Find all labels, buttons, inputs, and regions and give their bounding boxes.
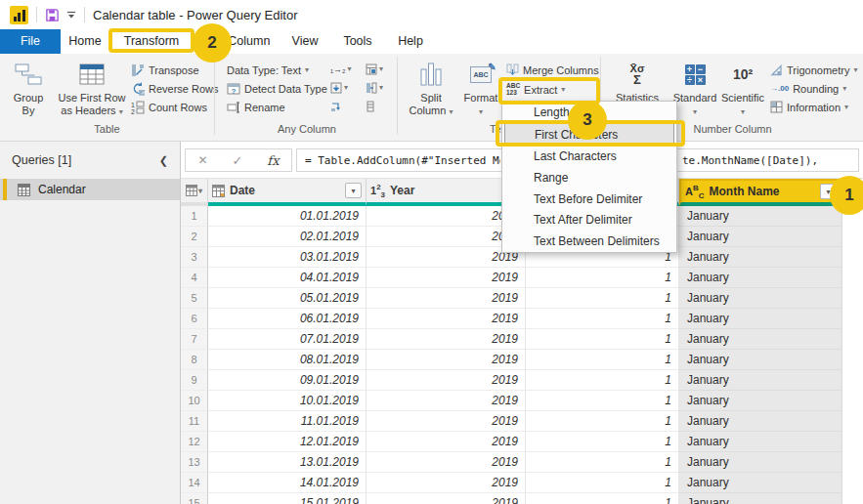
cell-month[interactable]: 1 — [526, 288, 679, 309]
row-number[interactable]: 6 — [181, 309, 208, 329]
cell-month-name[interactable]: January — [679, 432, 842, 452]
quick-access-toolbar-caret-icon[interactable] — [66, 10, 76, 20]
use-first-row-as-headers-button[interactable]: Use First Row as Headers ▾ — [55, 60, 129, 118]
fx-icon[interactable]: fx — [267, 153, 279, 168]
row-number[interactable]: 1 — [181, 206, 208, 227]
detect-data-type-button[interactable]: ? Detect Data Type — [227, 80, 327, 97]
row-number[interactable]: 10 — [181, 391, 208, 411]
row-number[interactable]: 8 — [181, 350, 208, 370]
cell-month-name[interactable]: January — [679, 227, 842, 247]
trigonometry-button[interactable]: Trigonometry ▾ — [770, 62, 857, 78]
tab-tools[interactable]: Tools — [330, 29, 385, 54]
transpose-button[interactable]: Transpose — [131, 62, 199, 78]
merge-columns-button[interactable]: Merge Columns — [506, 62, 599, 78]
split-column-button[interactable]: Split Column ▾ — [407, 60, 455, 118]
cell-date[interactable]: 15.01.2019 — [208, 493, 367, 504]
cell-date[interactable]: 10.01.2019 — [208, 391, 367, 411]
cell-year[interactable]: 2019 — [367, 329, 526, 350]
cell-month[interactable]: 1 — [526, 411, 679, 432]
extract-button[interactable]: ABC 123 Extract ▾ — [506, 81, 565, 98]
tab-file[interactable]: File — [0, 29, 61, 54]
cell-month-name[interactable]: January — [679, 268, 842, 288]
row-number[interactable]: 11 — [181, 411, 208, 432]
cell-year[interactable]: 2019 — [367, 350, 526, 370]
cell-date[interactable]: 03.01.2019 — [208, 247, 367, 268]
cell-year[interactable]: 2019 — [367, 391, 526, 411]
cell-year[interactable]: 2019 — [367, 432, 526, 452]
group-by-button[interactable]: Group By — [6, 60, 51, 117]
cell-month-name[interactable]: January — [679, 247, 842, 268]
filter-button-date[interactable]: ▾ — [345, 183, 362, 198]
tab-transform[interactable]: Transform — [109, 29, 194, 54]
cell-date[interactable]: 08.01.2019 — [208, 350, 367, 370]
menu-item-range[interactable]: Range — [502, 167, 676, 189]
cell-date[interactable]: 05.01.2019 — [208, 288, 367, 309]
cell-month-name[interactable]: January — [679, 452, 842, 473]
cell-month-name[interactable]: January — [679, 309, 842, 329]
cell-month-name[interactable]: January — [679, 370, 842, 391]
cancel-icon[interactable]: ✕ — [197, 153, 207, 167]
data-type-button[interactable]: Data Type: Text ▾ — [227, 62, 309, 78]
reverse-rows-button[interactable]: Reverse Rows — [131, 80, 219, 97]
cell-month[interactable]: 1 — [526, 370, 679, 391]
cell-month-name[interactable]: January — [679, 473, 842, 493]
format-button[interactable]: ABC✎ Format▾ — [459, 60, 502, 118]
row-number[interactable]: 13 — [181, 452, 208, 473]
pivot-column-button[interactable]: ▾ — [366, 62, 383, 76]
cell-month[interactable]: 1 — [526, 493, 679, 504]
cell-month-name[interactable]: January — [679, 329, 842, 350]
cell-month[interactable]: 1 — [526, 452, 679, 473]
fill-button[interactable]: ▾ — [330, 80, 348, 95]
information-button[interactable]: Information ▾ — [770, 99, 848, 115]
cell-year[interactable]: 2019 — [367, 309, 526, 329]
unpivot-columns-button[interactable]: ▾ — [366, 80, 383, 95]
cell-date[interactable]: 07.01.2019 — [208, 329, 367, 350]
convert-to-list-button[interactable] — [366, 99, 375, 113]
cell-month[interactable]: 1 — [526, 268, 679, 288]
menu-item-text-after-delimiter[interactable]: Text After Delimiter — [502, 210, 676, 231]
cell-month[interactable]: 1 — [526, 432, 679, 452]
cell-month[interactable]: 1 — [526, 309, 679, 329]
row-number[interactable]: 3 — [181, 247, 208, 268]
row-number[interactable]: 9 — [181, 370, 208, 391]
cell-month[interactable]: 1 — [526, 350, 679, 370]
cell-month-name[interactable]: January — [679, 391, 842, 411]
cell-month[interactable]: 1 — [526, 473, 679, 493]
query-item-calendar[interactable]: Calendar — [0, 179, 180, 200]
cell-year[interactable]: 2019 — [367, 370, 526, 391]
replace-values-button[interactable]: ₁→₂▾ — [330, 62, 352, 76]
tab-home[interactable]: Home — [61, 29, 109, 54]
collapse-queries-icon[interactable]: ❮ — [159, 154, 168, 167]
cell-month[interactable]: 1 — [526, 329, 679, 350]
cell-year[interactable]: 2019 — [367, 268, 526, 288]
menu-item-last-characters[interactable]: Last Characters — [502, 146, 676, 167]
cell-month-name[interactable]: January — [679, 411, 842, 432]
check-icon[interactable]: ✓ — [232, 153, 242, 168]
save-icon[interactable] — [45, 8, 60, 22]
select-all-corner-button[interactable]: ▾ — [181, 179, 208, 206]
cell-date[interactable]: 13.01.2019 — [208, 452, 367, 473]
rename-button[interactable]: Rename — [227, 99, 285, 115]
cell-date[interactable]: 06.01.2019 — [208, 309, 367, 329]
row-number[interactable]: 7 — [181, 329, 208, 350]
cell-year[interactable]: 2019 — [367, 452, 526, 473]
menu-item-text-before-delimiter[interactable]: Text Before Delimiter — [502, 189, 676, 210]
tab-view[interactable]: View — [280, 29, 330, 54]
move-button[interactable] — [330, 99, 342, 113]
row-number[interactable]: 4 — [181, 268, 208, 288]
cell-date[interactable]: 01.01.2019 — [208, 206, 367, 227]
cell-month[interactable]: 1 — [526, 391, 679, 411]
menu-item-text-between-delimiters[interactable]: Text Between Delimiters — [502, 231, 676, 252]
cell-date[interactable]: 14.01.2019 — [208, 473, 367, 493]
cell-year[interactable]: 2019 — [367, 493, 526, 504]
column-header-date[interactable]: Date ▾ — [208, 179, 367, 206]
cell-date[interactable]: 04.01.2019 — [208, 268, 367, 288]
standard-button[interactable]: +−÷× Standard▾ — [672, 60, 717, 118]
row-number[interactable]: 2 — [181, 227, 208, 247]
scientific-button[interactable]: 10² Scientific▾ — [719, 60, 766, 118]
cell-year[interactable]: 2019 — [367, 473, 526, 493]
cell-year[interactable]: 2019 — [367, 411, 526, 432]
row-number[interactable]: 12 — [181, 432, 208, 452]
count-rows-button[interactable]: 12 Count Rows — [131, 99, 207, 115]
cell-year[interactable]: 2019 — [367, 288, 526, 309]
